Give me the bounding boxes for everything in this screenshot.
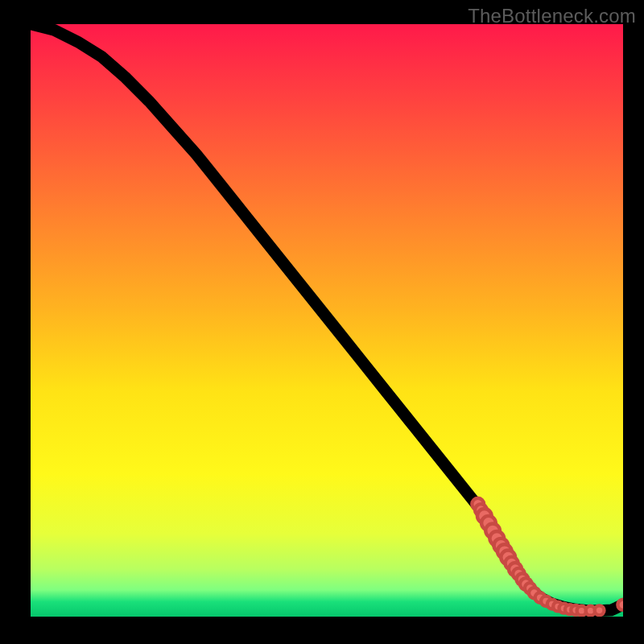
plot-area	[31, 24, 623, 617]
data-marker	[595, 605, 605, 615]
bottleneck-curve	[31, 24, 623, 611]
chart-frame: TheBottleneck.com	[0, 0, 644, 644]
chart-svg	[31, 24, 623, 617]
marker-layer	[472, 498, 623, 616]
data-marker	[617, 600, 623, 610]
watermark-text: TheBottleneck.com	[468, 5, 636, 27]
